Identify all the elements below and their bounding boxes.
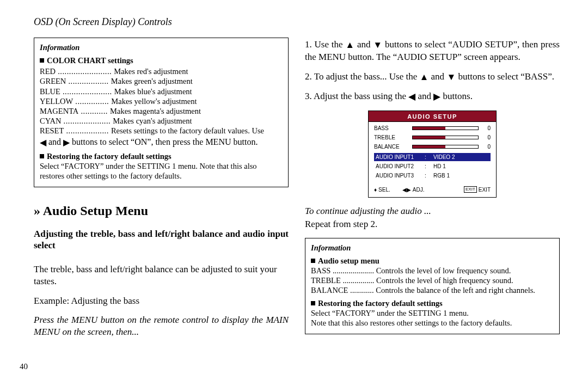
leftright-arrows-icon: ◀▶ bbox=[402, 187, 411, 193]
slider-balance: BALANCE 0 bbox=[374, 144, 491, 150]
step-1: 1. Use the ▲ and ▼ buttons to select “AU… bbox=[305, 39, 560, 63]
audio-setup-heading: » Audio Setup Menu bbox=[34, 204, 289, 218]
two-column-layout: Information COLOR CHART settings RED ...… bbox=[34, 38, 560, 346]
triangle-down-icon: ▼ bbox=[446, 71, 456, 83]
page-header: OSD (On Screen Display) Controls bbox=[34, 16, 560, 28]
restore-text-2: Note that this also restores other setti… bbox=[311, 318, 554, 328]
triangle-left-icon: ◀ bbox=[40, 137, 46, 148]
triangle-up-icon: ▲ bbox=[420, 71, 429, 83]
triangle-up-icon: ▲ bbox=[345, 39, 354, 51]
value-balance: 0 bbox=[482, 144, 491, 150]
triangle-right-icon: ▶ bbox=[63, 137, 70, 148]
left-column: Information COLOR CHART settings RED ...… bbox=[34, 38, 289, 346]
setting-magenta: MAGENTA ............ Makes magenta's adj… bbox=[40, 106, 283, 116]
restore-heading: Restoring the factory default settings bbox=[40, 151, 283, 161]
slider-track[interactable] bbox=[412, 145, 479, 149]
setting-blue: BLUE ...................... Makes blue's… bbox=[40, 87, 283, 96]
triangle-down-icon: ▼ bbox=[373, 39, 382, 51]
color-chart-heading-text: COLOR CHART settings bbox=[47, 56, 133, 65]
setting-green: GREEN .................. Makes green's a… bbox=[40, 76, 283, 86]
value-bass: 0 bbox=[482, 125, 491, 131]
page-number: 40 bbox=[20, 362, 28, 371]
audio-input-3[interactable]: AUDIO INPUT3:RGB 1 bbox=[374, 171, 491, 180]
audio-item-balance: BALANCE ............ Controls the balanc… bbox=[311, 285, 554, 295]
setting-red: RED ........................ Makes red's… bbox=[40, 66, 283, 76]
footer-sel: ♦SEL. bbox=[374, 186, 390, 193]
audio-item-treble: TREBLE ................ Controls the lev… bbox=[311, 275, 554, 285]
continue-line: To continue adjusting the audio ... bbox=[305, 205, 560, 217]
triangle-left-icon: ◀ bbox=[408, 91, 415, 103]
osd-audio-setup-panel: AUDIO SETUP BASS 0 TREBLE 0 BALANCE 0 bbox=[368, 111, 497, 198]
on-off-instruction: ◀ and ▶ buttons to select “ON”, then pre… bbox=[40, 137, 283, 148]
footer-adj: ◀▶ADJ. bbox=[402, 186, 425, 193]
slider-track[interactable] bbox=[412, 136, 479, 139]
audio-item-bass: BASS ..................... Controls the … bbox=[311, 266, 554, 275]
setting-yellow: YELLOW ............... Makes yellow's ad… bbox=[40, 96, 283, 106]
audio-setup-menu-heading: Audio setup menu bbox=[311, 256, 554, 266]
slider-bass: BASS 0 bbox=[374, 125, 491, 131]
value-treble: 0 bbox=[482, 134, 491, 140]
color-chart-heading: COLOR CHART settings bbox=[40, 56, 283, 65]
label-balance: BALANCE bbox=[374, 144, 409, 150]
paragraph-adjust: The treble, bass and left/right balance … bbox=[34, 263, 289, 287]
label-bass: BASS bbox=[374, 125, 409, 131]
slider-treble: TREBLE 0 bbox=[374, 134, 491, 140]
updown-arrows-icon: ♦ bbox=[374, 187, 377, 193]
repeat-line: Repeat from step 2. bbox=[305, 218, 560, 230]
restore-heading-2: Restoring the factory default settings bbox=[311, 298, 554, 308]
restore-heading-text: Restoring the factory default settings bbox=[47, 152, 171, 161]
triangle-right-icon: ▶ bbox=[433, 91, 440, 103]
exit-button-icon[interactable]: EXIT bbox=[464, 186, 477, 193]
osd-footer: ♦SEL. ◀▶ADJ. EXITEXIT bbox=[369, 183, 496, 197]
audio-input-1[interactable]: AUDIO INPUT1:VIDEO 2 bbox=[374, 153, 491, 161]
osd-title: AUDIO SETUP bbox=[369, 111, 496, 122]
info-box-audio: Information Audio setup menu BASS ......… bbox=[305, 238, 560, 334]
slider-track[interactable] bbox=[412, 126, 479, 130]
lead-paragraph: Adjusting the treble, bass and left/righ… bbox=[34, 228, 289, 252]
info-title-2: Information bbox=[311, 243, 554, 253]
osd-body: BASS 0 TREBLE 0 BALANCE 0 AUDIO INPUT1:V… bbox=[369, 122, 496, 183]
setting-cyan: CYAN ..................... Makes cyan's … bbox=[40, 116, 283, 126]
example-line: Example: Adjusting the bass bbox=[34, 295, 289, 307]
info-box-color-chart: Information COLOR CHART settings RED ...… bbox=[34, 38, 289, 187]
right-column: 1. Use the ▲ and ▼ buttons to select “AU… bbox=[305, 38, 560, 346]
restore-text: Select “FACTORY” under the SETTING 1 men… bbox=[40, 161, 283, 181]
settings-list: RED ........................ Makes red's… bbox=[40, 66, 283, 148]
setting-reset: RESET ................... Resets setting… bbox=[40, 126, 283, 136]
audio-input-2[interactable]: AUDIO INPUT2:HD 1 bbox=[374, 162, 491, 170]
steps-list: 1. Use the ▲ and ▼ buttons to select “AU… bbox=[305, 39, 560, 103]
footer-exit: EXITEXIT bbox=[464, 186, 491, 193]
step-3: 3. Adjust the bass using the ◀ and ▶ but… bbox=[305, 90, 560, 103]
restore-text-1: Select “FACTORY” under the SETTING 1 men… bbox=[311, 308, 554, 318]
press-menu-paragraph: Press the MENU button on the remote cont… bbox=[34, 314, 289, 338]
info-title: Information bbox=[40, 42, 283, 52]
label-treble: TREBLE bbox=[374, 134, 409, 140]
step-2: 2. To adjust the bass... Use the ▲ and ▼… bbox=[305, 71, 560, 83]
